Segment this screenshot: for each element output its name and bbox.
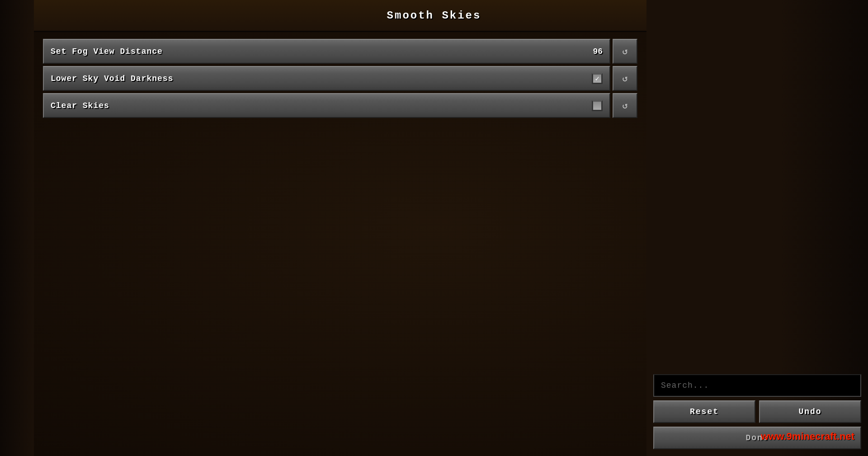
main-content: Set Fog View Distance 96 ↺ Lower Sky Voi… (34, 32, 646, 456)
clear-skies-reset-button[interactable]: ↺ (613, 93, 637, 118)
setting-row-void-darkness: Lower Sky Void Darkness ↺ (43, 66, 637, 91)
lower-sky-void-darkness-checkbox[interactable] (592, 73, 603, 84)
reset-icon-3: ↺ (622, 100, 627, 111)
setting-row-clear-skies: Clear Skies ↺ (43, 93, 637, 118)
fog-view-distance-control[interactable]: Set Fog View Distance 96 (43, 39, 610, 64)
action-buttons: Reset Undo (653, 400, 861, 423)
done-button[interactable]: Done (653, 427, 861, 449)
reset-icon-2: ↺ (622, 73, 627, 84)
clear-skies-control[interactable]: Clear Skies (43, 93, 610, 118)
done-label: Done (745, 433, 769, 442)
lower-sky-void-darkness-label: Lower Sky Void Darkness (51, 74, 173, 83)
search-input[interactable] (653, 374, 861, 397)
reset-icon: ↺ (622, 46, 627, 57)
fog-view-distance-value: 96 (593, 47, 603, 56)
reset-button[interactable]: Reset (653, 400, 755, 423)
clear-skies-checkbox[interactable] (592, 100, 603, 111)
settings-list: Set Fog View Distance 96 ↺ Lower Sky Voi… (34, 32, 646, 125)
clear-skies-label: Clear Skies (51, 101, 109, 110)
setting-row-fog: Set Fog View Distance 96 ↺ (43, 39, 637, 64)
void-darkness-reset-button[interactable]: ↺ (613, 66, 637, 91)
bottom-right-panel: Reset Undo Done www.9minecraft.net (646, 367, 868, 456)
fog-view-distance-label: Set Fog View Distance (51, 47, 163, 56)
lower-sky-void-darkness-control[interactable]: Lower Sky Void Darkness (43, 66, 610, 91)
page-title: Smooth Skies (387, 9, 481, 22)
left-panel (0, 0, 34, 456)
fog-reset-button[interactable]: ↺ (613, 39, 637, 64)
undo-button[interactable]: Undo (759, 400, 861, 423)
